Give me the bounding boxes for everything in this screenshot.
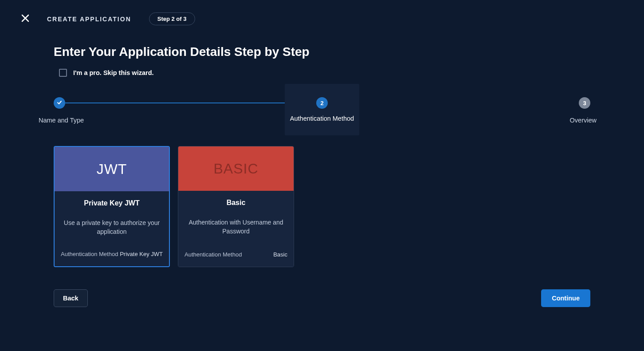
- step-2-circle[interactable]: 2: [316, 97, 328, 109]
- stepper-connector-2: [359, 103, 579, 103]
- close-icon: [21, 14, 29, 24]
- check-icon: [56, 99, 63, 107]
- step-indicator-pill: Step 2 of 3: [149, 12, 195, 25]
- back-button[interactable]: Back: [54, 289, 88, 307]
- card-meta-label-basic: Authentication Method: [185, 251, 242, 258]
- skip-wizard-label[interactable]: I'm a pro. Skip this wizard.: [73, 69, 154, 76]
- card-meta-value-jwt: Private Key JWT: [120, 251, 163, 257]
- card-desc-basic: Authentication with Username and Passwor…: [185, 218, 287, 236]
- step-3-label: Overview: [570, 117, 597, 124]
- page-header-title: CREATE APPLICATION: [47, 16, 131, 23]
- card-meta-value-basic: Basic: [273, 251, 287, 258]
- stepper: Name and Type 2 Authentication Method 3 …: [54, 97, 590, 142]
- card-title-basic: Basic: [185, 199, 287, 207]
- auth-method-card-basic[interactable]: BASIC Basic Authentication with Username…: [178, 146, 294, 267]
- card-title-jwt: Private Key JWT: [61, 199, 163, 207]
- continue-button[interactable]: Continue: [541, 289, 590, 307]
- step-1-label: Name and Type: [39, 117, 84, 124]
- step-2-label: Authentication Method: [290, 115, 354, 122]
- card-hero-basic: BASIC: [178, 146, 294, 191]
- skip-wizard-checkbox[interactable]: [59, 69, 67, 77]
- step-1-circle[interactable]: [54, 97, 65, 109]
- page-title: Enter Your Application Details Step by S…: [54, 45, 590, 59]
- card-hero-jwt: JWT: [55, 147, 169, 191]
- auth-method-card-jwt[interactable]: JWT Private Key JWT Use a private key to…: [54, 146, 170, 267]
- step-3-circle[interactable]: 3: [579, 97, 590, 109]
- stepper-connector-1: [65, 103, 285, 103]
- step-3-number: 3: [583, 100, 586, 106]
- step-2-number: 2: [320, 100, 323, 106]
- card-meta-label-jwt: Authentication Method: [61, 251, 118, 257]
- card-desc-jwt: Use a private key to authorize your appl…: [61, 219, 163, 237]
- close-button[interactable]: [21, 14, 29, 24]
